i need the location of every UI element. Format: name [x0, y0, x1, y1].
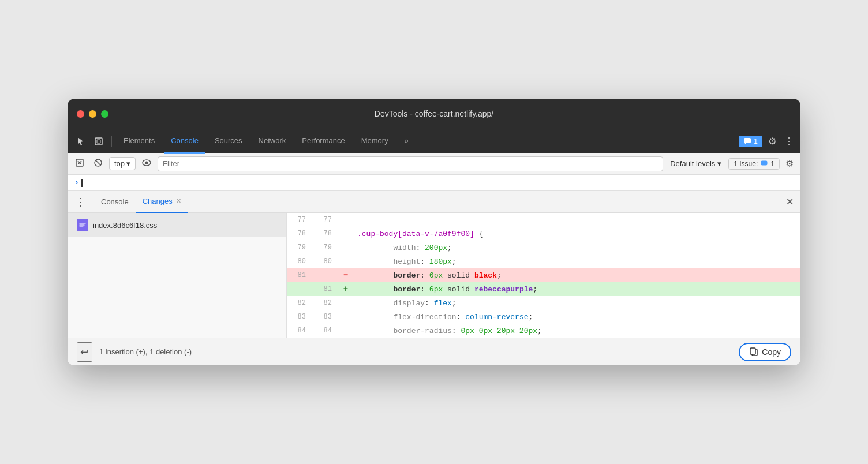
- drawer-tab-changes[interactable]: Changes ✕: [136, 191, 188, 213]
- line-numbers: 81: [287, 271, 339, 279]
- line-numbers: 78 78: [287, 230, 339, 238]
- svg-rect-11: [750, 348, 755, 354]
- diff-line: 79 79 width: 200px;: [287, 241, 800, 255]
- cursor-icon: [76, 137, 85, 146]
- eye-button[interactable]: [139, 156, 154, 171]
- changes-file-list: index.8d6c6f18.css: [68, 213, 287, 338]
- console-settings-button[interactable]: ⚙: [783, 156, 796, 171]
- line-num-right: 81: [313, 285, 339, 293]
- issues-count-badge[interactable]: 1 Issue: 1: [728, 158, 780, 170]
- file-name-label: index.8d6c6f18.css: [93, 221, 157, 230]
- diff-view[interactable]: 77 77 78 78 .cup-body[data-v-7a0f9f00] {: [287, 213, 800, 338]
- line-num-right: [313, 271, 339, 279]
- line-num-left: 82: [287, 299, 313, 307]
- diff-line: 77 77: [287, 213, 800, 227]
- diff-line-added: 81 + border: 6px solid rebeccapurple;: [287, 282, 800, 296]
- chevron-down-icon: ▾: [126, 159, 130, 168]
- css-file-icon: [78, 220, 87, 230]
- line-num-right: 80: [313, 257, 339, 265]
- line-numbers: 80 80: [287, 257, 339, 265]
- line-numbers: 77 77: [287, 216, 339, 224]
- drawer: ⋮ Console Changes ✕ ✕: [68, 191, 800, 365]
- diff-code: border: 6px solid rebeccapurple;: [353, 285, 800, 294]
- tab-elements[interactable]: Elements: [117, 129, 162, 154]
- diff-gutter-added: +: [339, 285, 353, 294]
- clear-icon: [75, 158, 84, 167]
- diff-code: display: flex;: [353, 299, 800, 308]
- clear-console-button[interactable]: [72, 156, 87, 171]
- svg-point-7: [145, 162, 148, 164]
- svg-line-5: [96, 160, 101, 166]
- changes-panel: index.8d6c6f18.css 77 77 78: [68, 213, 800, 338]
- drawer-tab-close-button[interactable]: ✕: [176, 197, 181, 205]
- revert-button[interactable]: ↩: [77, 342, 92, 362]
- line-num-right: 78: [313, 230, 339, 238]
- diff-line: 82 82 display: flex;: [287, 296, 800, 310]
- filter-input[interactable]: [158, 156, 663, 171]
- block-icon-button[interactable]: [91, 156, 106, 171]
- tab-performance[interactable]: Performance: [295, 129, 351, 154]
- line-numbers: 81: [287, 285, 339, 293]
- line-num-left: 77: [287, 216, 313, 224]
- cursor-tool-button[interactable]: [72, 134, 88, 148]
- eye-icon: [142, 158, 151, 167]
- tab-network[interactable]: Network: [252, 129, 293, 154]
- line-num-left: [287, 285, 313, 293]
- line-num-left: 78: [287, 230, 313, 238]
- copy-icon: [749, 347, 758, 357]
- console-toolbar: top ▾ Default levels ▾ 1 Issue: 1 ⚙: [68, 153, 800, 175]
- diff-code: .cup-body[data-v-7a0f9f00] {: [353, 230, 800, 238]
- inspect-icon: [94, 137, 103, 146]
- line-num-left: 83: [287, 313, 313, 321]
- drawer-close-button[interactable]: ✕: [784, 194, 796, 209]
- levels-dropdown[interactable]: Default levels ▾: [667, 158, 725, 170]
- copy-button[interactable]: Copy: [739, 343, 791, 361]
- diff-code: border: 6px solid black;: [353, 271, 800, 280]
- svg-rect-1: [97, 140, 100, 143]
- tab-memory[interactable]: Memory: [354, 129, 395, 154]
- devtools-window: DevTools - coffee-cart.netlify.app/ Elem…: [68, 99, 800, 365]
- file-item[interactable]: index.8d6c6f18.css: [68, 213, 286, 237]
- drawer-more-button[interactable]: ⋮: [72, 196, 89, 208]
- tab-more[interactable]: »: [398, 129, 416, 154]
- diff-line: 84 84 border-radius: 0px 0px 20px 20px;: [287, 324, 800, 338]
- diff-line: 80 80 height: 180px;: [287, 255, 800, 268]
- cursor-blink: [81, 179, 83, 187]
- line-num-right: 77: [313, 216, 339, 224]
- line-numbers: 82 82: [287, 299, 339, 307]
- minimize-button[interactable]: [89, 110, 96, 118]
- message-badge-icon: [761, 160, 768, 167]
- tab-console[interactable]: Console: [164, 129, 205, 154]
- maximize-button[interactable]: [101, 110, 108, 118]
- changes-footer: ↩ 1 insertion (+), 1 deletion (-) Copy: [68, 338, 800, 365]
- context-selector[interactable]: top ▾: [109, 157, 136, 170]
- tab-sources[interactable]: Sources: [208, 129, 249, 154]
- line-num-left: 79: [287, 244, 313, 252]
- diff-gutter-removed: −: [339, 271, 353, 280]
- window-title: DevTools - coffee-cart.netlify.app/: [375, 109, 493, 118]
- close-button[interactable]: [77, 110, 84, 118]
- line-num-left: 84: [287, 327, 313, 335]
- issues-badge-button[interactable]: 1: [739, 136, 762, 147]
- message-icon: [743, 137, 751, 145]
- drawer-tabs-bar: ⋮ Console Changes ✕ ✕: [68, 191, 800, 213]
- more-options-button[interactable]: ⋮: [782, 133, 796, 149]
- line-num-right: 82: [313, 299, 339, 307]
- line-numbers: 84 84: [287, 327, 339, 335]
- svg-rect-8: [761, 160, 768, 165]
- drawer-tab-console[interactable]: Console: [94, 191, 136, 213]
- diff-code: flex-direction: column-reverse;: [353, 313, 800, 321]
- line-num-right: 79: [313, 244, 339, 252]
- inspect-button[interactable]: [91, 134, 107, 148]
- svg-rect-0: [95, 138, 102, 145]
- line-numbers: 83 83: [287, 313, 339, 321]
- settings-button[interactable]: ⚙: [766, 133, 779, 149]
- main-toolbar: Elements Console Sources Network Perform…: [68, 129, 800, 153]
- prompt-arrow: ›: [74, 178, 79, 187]
- toolbar-divider: [111, 136, 112, 147]
- console-prompt-area[interactable]: ›: [68, 175, 800, 191]
- block-icon: [93, 158, 103, 167]
- line-num-right: 83: [313, 313, 339, 321]
- diff-code: border-radius: 0px 0px 20px 20px;: [353, 327, 800, 335]
- diff-code: height: 180px;: [353, 257, 800, 266]
